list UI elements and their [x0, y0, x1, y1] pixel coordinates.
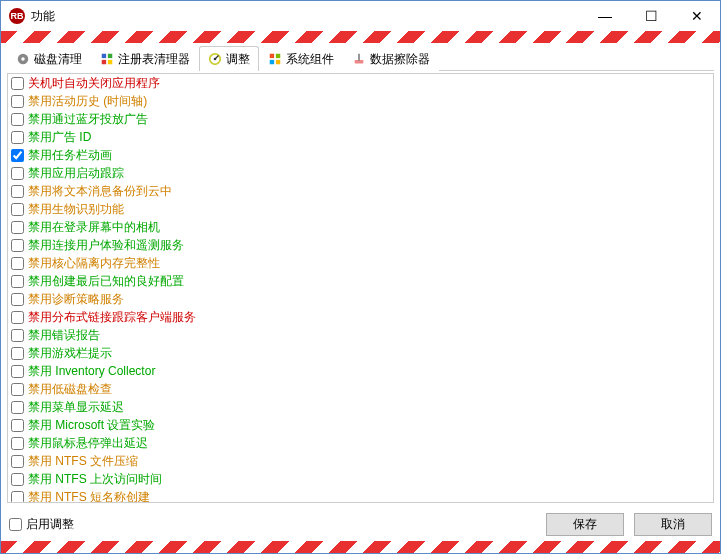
- list-item[interactable]: 禁用 NTFS 文件压缩: [8, 452, 713, 470]
- list-item[interactable]: 禁用 Inventory Collector: [8, 362, 713, 380]
- list-item-checkbox[interactable]: [11, 419, 24, 432]
- svg-rect-3: [108, 54, 112, 58]
- list-item-checkbox[interactable]: [11, 239, 24, 252]
- svg-rect-5: [108, 60, 112, 64]
- list-item-label: 禁用 Microsoft 设置实验: [28, 417, 155, 434]
- cancel-button[interactable]: 取消: [634, 513, 712, 536]
- list-item-label: 禁用通过蓝牙投放广告: [28, 111, 148, 128]
- list-item-checkbox[interactable]: [11, 77, 24, 90]
- titlebar[interactable]: RB 功能 — ☐ ✕: [1, 1, 720, 31]
- list-item-checkbox[interactable]: [11, 257, 24, 270]
- list-item-checkbox[interactable]: [11, 437, 24, 450]
- tab-label: 磁盘清理: [34, 51, 82, 68]
- list-item[interactable]: 禁用鼠标悬停弹出延迟: [8, 434, 713, 452]
- tab-label: 调整: [226, 51, 250, 68]
- list-item-label: 禁用 NTFS 上次访问时间: [28, 471, 162, 488]
- list-item-label: 禁用任务栏动画: [28, 147, 112, 164]
- list-item-checkbox[interactable]: [11, 347, 24, 360]
- enable-tweak-label: 启用调整: [26, 516, 74, 533]
- svg-rect-10: [276, 54, 280, 58]
- list-item[interactable]: 禁用在登录屏幕中的相机: [8, 218, 713, 236]
- disk-icon: [16, 52, 30, 66]
- footer: 启用调整 保存 取消: [1, 507, 720, 541]
- tab-tweak[interactable]: 调整: [199, 46, 259, 71]
- list-item-checkbox[interactable]: [11, 95, 24, 108]
- list-item-label: 禁用 Inventory Collector: [28, 363, 155, 380]
- list-item-checkbox[interactable]: [11, 491, 24, 504]
- list-item[interactable]: 禁用错误报告: [8, 326, 713, 344]
- close-button[interactable]: ✕: [674, 1, 720, 31]
- tab-registry[interactable]: 注册表清理器: [91, 46, 199, 71]
- tweak-list[interactable]: 关机时自动关闭应用程序禁用活动历史 (时间轴)禁用通过蓝牙投放广告禁用广告 ID…: [7, 73, 714, 503]
- window-controls: — ☐ ✕: [582, 1, 720, 31]
- list-item[interactable]: 禁用将文本消息备份到云中: [8, 182, 713, 200]
- list-item-label: 禁用应用启动跟踪: [28, 165, 124, 182]
- list-item-label: 禁用核心隔离内存完整性: [28, 255, 160, 272]
- list-item-label: 禁用广告 ID: [28, 129, 91, 146]
- list-item[interactable]: 禁用通过蓝牙投放广告: [8, 110, 713, 128]
- tab-disk[interactable]: 磁盘清理: [7, 46, 91, 71]
- list-item[interactable]: 禁用分布式链接跟踪客户端服务: [8, 308, 713, 326]
- tab-datawipe[interactable]: 数据擦除器: [343, 46, 439, 71]
- list-item-label: 禁用活动历史 (时间轴): [28, 93, 147, 110]
- list-item-label: 禁用 NTFS 文件压缩: [28, 453, 138, 470]
- list-item-checkbox[interactable]: [11, 365, 24, 378]
- list-item-checkbox[interactable]: [11, 203, 24, 216]
- list-item[interactable]: 禁用低磁盘检查: [8, 380, 713, 398]
- list-item[interactable]: 禁用 Microsoft 设置实验: [8, 416, 713, 434]
- list-item[interactable]: 禁用 NTFS 短名称创建: [8, 488, 713, 503]
- list-item[interactable]: 禁用应用启动跟踪: [8, 164, 713, 182]
- svg-rect-4: [102, 60, 106, 64]
- list-item-label: 禁用游戏栏提示: [28, 345, 112, 362]
- list-item[interactable]: 禁用游戏栏提示: [8, 344, 713, 362]
- list-item-checkbox[interactable]: [11, 329, 24, 342]
- list-item[interactable]: 禁用创建最后已知的良好配置: [8, 272, 713, 290]
- syscomp-icon: [268, 52, 282, 66]
- list-item[interactable]: 禁用诊断策略服务: [8, 290, 713, 308]
- save-button[interactable]: 保存: [546, 513, 624, 536]
- list-item-checkbox[interactable]: [11, 293, 24, 306]
- list-item-label: 禁用连接用户体验和遥测服务: [28, 237, 184, 254]
- svg-rect-12: [276, 60, 280, 64]
- list-item-checkbox[interactable]: [11, 311, 24, 324]
- tab-label: 数据擦除器: [370, 51, 430, 68]
- list-item[interactable]: 禁用连接用户体验和遥测服务: [8, 236, 713, 254]
- tab-label: 系统组件: [286, 51, 334, 68]
- list-item-checkbox[interactable]: [11, 473, 24, 486]
- minimize-button[interactable]: —: [582, 1, 628, 31]
- app-window: RB 功能 — ☐ ✕ 磁盘清理注册表清理器调整系统组件数据擦除器 关机时自动关…: [0, 0, 721, 554]
- list-item-checkbox[interactable]: [11, 401, 24, 414]
- list-item-checkbox[interactable]: [11, 167, 24, 180]
- list-item-checkbox[interactable]: [11, 275, 24, 288]
- list-item[interactable]: 禁用生物识别功能: [8, 200, 713, 218]
- list-item[interactable]: 禁用核心隔离内存完整性: [8, 254, 713, 272]
- list-item-checkbox[interactable]: [11, 149, 24, 162]
- list-item-label: 禁用低磁盘检查: [28, 381, 112, 398]
- svg-point-1: [21, 57, 25, 61]
- list-item-label: 关机时自动关闭应用程序: [28, 75, 160, 92]
- list-item-label: 禁用 NTFS 短名称创建: [28, 489, 150, 504]
- list-item-label: 禁用菜单显示延迟: [28, 399, 124, 416]
- list-item-checkbox[interactable]: [11, 131, 24, 144]
- enable-tweak-checkbox[interactable]: 启用调整: [9, 516, 74, 533]
- list-item[interactable]: 禁用广告 ID: [8, 128, 713, 146]
- list-item[interactable]: 禁用任务栏动画: [8, 146, 713, 164]
- svg-rect-2: [102, 54, 106, 58]
- list-item-checkbox[interactable]: [11, 383, 24, 396]
- list-item[interactable]: 禁用菜单显示延迟: [8, 398, 713, 416]
- registry-icon: [100, 52, 114, 66]
- svg-point-8: [214, 58, 217, 61]
- svg-rect-14: [358, 54, 360, 61]
- list-item[interactable]: 禁用活动历史 (时间轴): [8, 92, 713, 110]
- list-item-label: 禁用错误报告: [28, 327, 100, 344]
- tab-syscomp[interactable]: 系统组件: [259, 46, 343, 71]
- list-item-checkbox[interactable]: [11, 221, 24, 234]
- enable-tweak-input[interactable]: [9, 518, 22, 531]
- list-item-checkbox[interactable]: [11, 113, 24, 126]
- list-item-checkbox[interactable]: [11, 185, 24, 198]
- maximize-button[interactable]: ☐: [628, 1, 674, 31]
- list-item-checkbox[interactable]: [11, 455, 24, 468]
- list-item[interactable]: 禁用 NTFS 上次访问时间: [8, 470, 713, 488]
- list-item-label: 禁用分布式链接跟踪客户端服务: [28, 309, 196, 326]
- list-item[interactable]: 关机时自动关闭应用程序: [8, 74, 713, 92]
